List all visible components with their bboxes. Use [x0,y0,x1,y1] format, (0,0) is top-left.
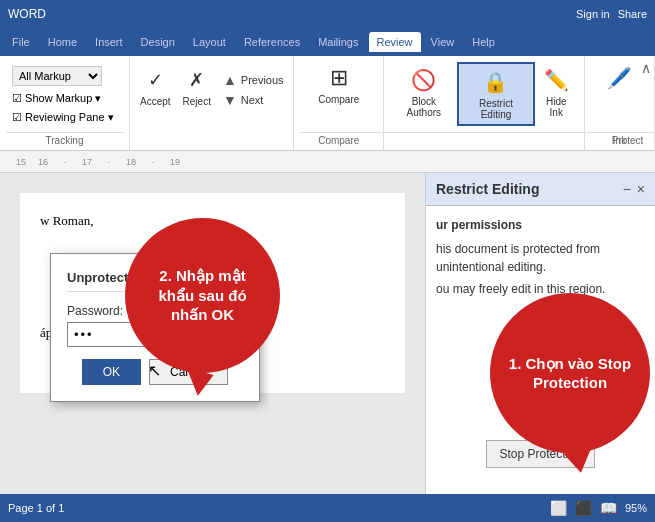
ruler-numbers: 15 16 · 17 · 18 · 19 [0,157,186,167]
restrict-panel-body: ur permissions his document is protected… [426,206,655,422]
sign-in-button[interactable]: Sign in [576,8,610,20]
restrict-panel-controls: − × [623,181,645,197]
tab-mailings[interactable]: Mailings [310,32,366,52]
ruler-num-dot2: · [98,157,120,167]
stop-protection-button[interactable]: Stop Protection [486,440,594,468]
protect-section-label: Protect [300,132,655,146]
reviewing-pane-label: ☑ Reviewing Pane ▾ [12,111,114,124]
tab-view[interactable]: View [423,32,463,52]
tab-file[interactable]: File [4,32,38,52]
reject-label: Reject [183,96,211,107]
tab-references[interactable]: References [236,32,308,52]
ruler-num-dot3: · [142,157,164,167]
restrict-panel-footer: Stop Protection [426,422,655,494]
restrict-permissions-text: ur permissions [436,216,645,234]
next-button[interactable]: ▼ Next [219,90,288,110]
ruler-num-16: 16 [32,157,54,167]
dialog-cancel-button[interactable]: Cancel [149,359,228,385]
hide-ink-label: Hide Ink [539,96,575,118]
all-markup-dropdown[interactable]: All Markup [10,64,116,88]
reviewing-pane-dropdown[interactable]: ☑ Reviewing Pane ▾ [10,109,116,126]
web-layout-button[interactable]: ⬛ [575,500,592,516]
block-authors-button[interactable]: 🚫 Block Authors [390,62,457,122]
ruler-num-dot: · [54,157,76,167]
dialog-buttons: OK Cancel [67,359,243,385]
all-markup-select[interactable]: All Markup [12,66,102,86]
panel-minimize-button[interactable]: − [623,181,631,197]
tab-insert[interactable]: Insert [87,32,131,52]
previous-label: Previous [241,74,284,86]
block-authors-label: Block Authors [394,96,453,118]
ruler-num-15: 15 [10,157,32,167]
block-authors-icon: 🚫 [410,66,438,94]
tab-bar: File Home Insert Design Layout Reference… [0,28,655,56]
accept-label: Accept [140,96,171,107]
toolbar-protect-section: 🚫 Block Authors 🔒 Restrict Editing ✏️ Hi… [384,56,585,150]
dialog-box: Unprotect Document Password: OK Cancel [50,253,260,402]
reject-button[interactable]: ✗ Reject [179,62,215,111]
tracking-section-label: Tracking [6,132,123,146]
share-button[interactable]: Share [618,8,647,20]
accept-icon: ✓ [141,66,169,94]
unprotect-dialog: Unprotect Document Password: OK Cancel [20,213,260,402]
doc-area[interactable]: w Roman, áp nhất Unprotect Document Pass… [0,173,425,494]
status-text: Page 1 of 1 [8,502,64,514]
ink-button[interactable]: 🖊️ [602,60,638,96]
status-right: ⬜ ⬛ 📖 95% [550,500,647,516]
dialog-title: Unprotect Document [67,270,243,292]
tab-design[interactable]: Design [133,32,183,52]
ink-icon: 🖊️ [606,64,634,92]
restrict-editing-label: Restrict Editing [463,98,528,120]
status-bar: Page 1 of 1 ⬜ ⬛ 📖 95% [0,494,655,522]
restrict-body-text2: ou may freely edit in this region. [436,280,645,298]
main-area: w Roman, áp nhất Unprotect Document Pass… [0,173,655,494]
ruler-num-17: 17 [76,157,98,167]
restrict-editing-icon: 🔒 [482,68,510,96]
dialog-ok-button[interactable]: OK [82,359,141,385]
ruler: 15 16 · 17 · 18 · 19 [0,151,655,173]
next-arrow: ▼ [223,92,237,108]
previous-arrow: ▲ [223,72,237,88]
compare-button[interactable]: ⊞ Compare [314,60,363,109]
tab-layout[interactable]: Layout [185,32,234,52]
compare-icon: ⊞ [325,64,353,92]
restrict-editing-panel: Restrict Editing − × ur permissions his … [425,173,655,494]
restrict-editing-button[interactable]: 🔒 Restrict Editing [457,62,534,126]
reject-icon: ✗ [183,66,211,94]
tab-review[interactable]: Review [369,32,421,52]
restrict-panel-header: Restrict Editing − × [426,173,655,206]
hide-ink-icon: ✏️ [542,66,570,94]
restrict-panel-title: Restrict Editing [436,181,539,197]
panel-close-button[interactable]: × [637,181,645,197]
toolbar-accept-section: ✓ Accept ✗ Reject ▲ Previous ▼ Next [130,56,294,150]
previous-button[interactable]: ▲ Previous [219,70,288,90]
accept-button[interactable]: ✓ Accept [136,62,175,111]
compare-label: Compare [318,94,359,105]
tab-help[interactable]: Help [464,32,503,52]
tab-home[interactable]: Home [40,32,85,52]
ribbon-bar: WORD Sign in Share [0,0,655,28]
app-name: WORD [8,7,46,21]
toolbar-tracking-section: All Markup ☑ Show Markup ▾ ☑ Reviewing P… [0,56,130,150]
show-markup-dropdown[interactable]: ☑ Show Markup ▾ [10,90,116,107]
ruler-num-19: 19 [164,157,186,167]
collapse-ribbon-button[interactable]: ∧ [641,60,651,76]
nav-buttons: ▲ Previous ▼ Next [215,62,292,118]
zoom-level: 95% [625,502,647,514]
print-layout-button[interactable]: ⬜ [550,500,567,516]
read-mode-button[interactable]: 📖 [600,500,617,516]
restrict-body-text1: his document is protected from unintenti… [436,240,645,276]
show-markup-label: ☑ Show Markup ▾ [12,92,101,105]
tracking-dropdowns: All Markup ☑ Show Markup ▾ ☑ Reviewing P… [6,60,120,130]
next-label: Next [241,94,264,106]
hide-ink-button[interactable]: ✏️ Hide Ink [535,62,579,122]
dialog-password-input[interactable] [67,322,243,347]
dialog-password-label: Password: [67,304,243,318]
ruler-num-18: 18 [120,157,142,167]
toolbar: All Markup ☑ Show Markup ▾ ☑ Reviewing P… [0,56,655,151]
